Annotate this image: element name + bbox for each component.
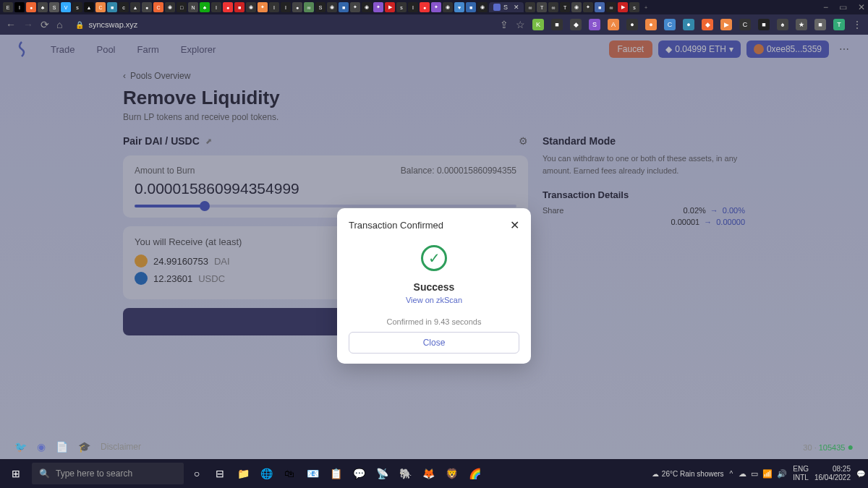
tab-icon[interactable]: ● (292, 2, 302, 12)
extension-icon[interactable]: ▶ (720, 19, 732, 30)
firefox-icon[interactable]: 🦊 (418, 463, 438, 484)
tab-icon[interactable]: ✦ (373, 2, 383, 12)
tab-icon[interactable]: ◉ (477, 2, 488, 12)
extension-icon[interactable]: ◆ (570, 19, 582, 30)
extension-icon[interactable]: ■ (814, 19, 826, 30)
tab-icon[interactable]: ■ (234, 2, 244, 12)
tab-icon[interactable]: c (119, 2, 129, 12)
tab-icon[interactable]: ♣ (200, 2, 210, 12)
back-button[interactable]: ← (6, 19, 16, 30)
tab-icon[interactable]: ◉ (165, 2, 175, 12)
tab-icon[interactable]: T (560, 2, 570, 12)
tab-icon[interactable]: C (95, 2, 106, 12)
modal-overlay[interactable]: Transaction Confirmed ✕ ✓ Success View o… (0, 35, 868, 459)
notification-icon[interactable]: 💬 (856, 470, 865, 478)
weather-widget[interactable]: ☁26°C Rain showers (652, 470, 724, 478)
task-view-icon[interactable]: ⊟ (210, 463, 230, 484)
tab-icon[interactable]: ∞ (548, 2, 558, 12)
tab-icon[interactable]: V (61, 2, 71, 12)
tray-icon[interactable]: ▭ (751, 469, 758, 479)
docs-icon[interactable]: 📄 (56, 441, 68, 453)
address-bar[interactable]: 🔒 syncswap.xyz (75, 20, 137, 29)
tab-icon[interactable]: S (315, 2, 326, 12)
tab-icon[interactable]: ∞ (304, 2, 314, 12)
tab-icon[interactable]: I (269, 2, 279, 12)
tab-icon[interactable]: ● (420, 2, 430, 12)
menu-icon[interactable]: ⋮ (852, 19, 862, 30)
extension-icon[interactable]: C (664, 19, 676, 30)
tab-icon[interactable]: ◉ (246, 2, 256, 12)
app-icon[interactable]: 📧 (302, 463, 323, 484)
chrome-icon[interactable]: 🌈 (464, 463, 485, 484)
tab-icon[interactable]: ◉ (362, 2, 372, 12)
window-minimize[interactable]: − (823, 2, 828, 12)
new-tab-button[interactable]: + (641, 2, 651, 12)
tab-icon[interactable]: T (537, 2, 547, 12)
volume-icon[interactable]: 🔊 (777, 469, 787, 479)
extension-icon[interactable]: ★ (796, 19, 807, 30)
tab-icon[interactable]: ■ (107, 2, 117, 12)
twitter-icon[interactable]: 🐦 (14, 441, 27, 453)
app-icon[interactable]: 📋 (326, 463, 346, 484)
app-icon[interactable]: 📡 (372, 463, 392, 484)
tab-icon[interactable]: ▲ (130, 2, 140, 12)
tab-icon[interactable]: C (153, 2, 163, 12)
zkscan-link[interactable]: View on zkScan (349, 296, 519, 304)
wifi-icon[interactable]: 📶 (762, 469, 773, 479)
app-icon[interactable]: 🐘 (395, 463, 415, 484)
disclaimer-link[interactable]: Disclaimer (101, 442, 141, 452)
tab-icon[interactable]: ✦ (431, 2, 441, 12)
language-indicator[interactable]: ENG INTL (793, 465, 809, 482)
tab-icon[interactable]: N (188, 2, 198, 12)
extension-icon[interactable]: ■ (551, 19, 563, 30)
tab-icon[interactable]: s (72, 2, 82, 12)
profile-icon[interactable]: T (833, 19, 845, 30)
extension-icon[interactable]: S (589, 19, 600, 30)
star-icon[interactable]: ☆ (516, 19, 525, 30)
taskbar-search[interactable]: 🔍Type here to search (32, 463, 184, 484)
discord-icon[interactable]: ◉ (37, 441, 46, 453)
reload-button[interactable]: ⟳ (41, 19, 49, 30)
extension-icon[interactable]: ■ (758, 19, 770, 30)
window-maximize[interactable]: ▭ (839, 2, 847, 12)
extension-icon[interactable]: ♠ (777, 19, 788, 30)
close-button[interactable]: Close (349, 332, 519, 354)
tab-icon[interactable]: ✦ (583, 2, 593, 12)
tab-icon[interactable]: E (3, 2, 13, 12)
start-button[interactable]: ⊞ (3, 462, 29, 485)
tab-icon[interactable]: ● (26, 2, 36, 12)
extension-icon[interactable]: A (608, 19, 619, 30)
tab-icon[interactable]: ■ (466, 2, 476, 12)
tray-chevron[interactable]: ^ (730, 470, 733, 478)
tab-icon[interactable]: ✦ (258, 2, 268, 12)
extension-icon[interactable]: ● (626, 19, 638, 30)
tab-icon[interactable]: ▶ (618, 2, 628, 12)
graduation-icon[interactable]: 🎓 (78, 441, 90, 453)
tab-icon[interactable]: ◉ (327, 2, 337, 12)
share-icon[interactable]: ⇪ (500, 19, 509, 30)
cortana-icon[interactable]: ○ (187, 463, 207, 484)
home-button[interactable]: ⌂ (56, 19, 62, 30)
tab-icon[interactable]: ◉ (571, 2, 582, 12)
extension-icon[interactable]: C (739, 19, 751, 30)
app-icon[interactable]: 💬 (349, 463, 369, 484)
tab-icon[interactable]: I (408, 2, 418, 12)
forward-button[interactable]: → (23, 19, 33, 30)
tab-icon[interactable]: I (281, 2, 291, 12)
store-icon[interactable]: 🛍 (279, 463, 299, 484)
onedrive-icon[interactable]: ☁ (739, 469, 746, 479)
edge-icon[interactable]: 🌐 (256, 463, 276, 484)
extension-icon[interactable]: ◆ (702, 19, 713, 30)
extension-icon[interactable]: K (532, 19, 544, 30)
tab-icon[interactable]: ■ (339, 2, 349, 12)
window-close[interactable]: ✕ (858, 2, 865, 12)
tab-icon[interactable]: I (14, 2, 25, 12)
tab-icon[interactable]: ▶ (385, 2, 395, 12)
tab-icon[interactable]: ● (142, 2, 152, 12)
close-icon[interactable]: ✕ (510, 218, 519, 232)
tab-icon[interactable]: s (396, 2, 407, 12)
brave-icon[interactable]: 🦁 (441, 463, 461, 484)
extension-icon[interactable]: ● (645, 19, 657, 30)
tab-icon[interactable]: ♥ (454, 2, 464, 12)
tab-icon[interactable]: S (49, 2, 59, 12)
